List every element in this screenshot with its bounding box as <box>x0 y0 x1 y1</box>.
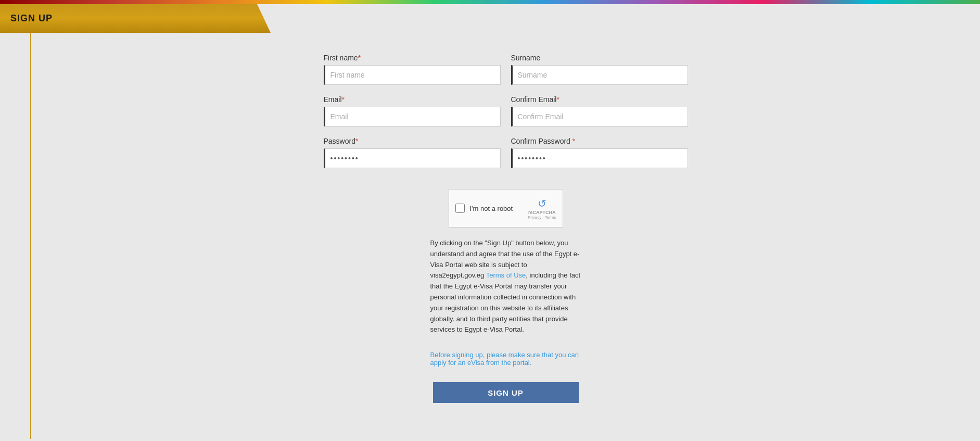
before-signup-text: Before signing up, please make sure that… <box>430 351 581 367</box>
captcha-container: I'm not a robot ↺ reCAPTCHA Privacy · Te… <box>449 189 563 228</box>
signup-button[interactable]: SIGN UP <box>433 382 579 403</box>
first-name-label: First name* <box>324 54 501 62</box>
password-row: Password* Confirm Password * <box>324 137 688 168</box>
confirm-email-input[interactable] <box>511 107 688 127</box>
header-banner: SIGN UP <box>0 4 271 33</box>
page-title: SIGN UP <box>10 13 53 24</box>
email-label: Email* <box>324 95 501 104</box>
captcha-brand: reCAPTCHA <box>528 210 556 215</box>
surname-label: Surname <box>511 54 688 62</box>
required-star: * <box>355 137 358 145</box>
required-star: * <box>342 95 345 104</box>
captcha-links: Privacy · Terms <box>528 215 556 220</box>
surname-input[interactable] <box>511 65 688 85</box>
password-group: Password* <box>324 137 501 168</box>
first-name-input[interactable] <box>324 65 501 85</box>
email-group: Email* <box>324 95 501 127</box>
captcha-label: I'm not a robot <box>470 205 513 212</box>
top-color-bar <box>0 0 980 4</box>
signup-form: First name* Surname Email* <box>324 54 688 423</box>
confirm-email-group: Confirm Email* <box>511 95 688 127</box>
captcha-left: I'm not a robot <box>455 204 513 213</box>
left-sidebar <box>0 33 31 439</box>
confirm-password-input[interactable] <box>511 148 688 168</box>
email-row: Email* Confirm Email* <box>324 95 688 127</box>
password-input[interactable] <box>324 148 501 168</box>
confirm-password-label: Confirm Password * <box>511 137 688 145</box>
main-content: First name* Surname Email* <box>31 33 980 439</box>
surname-group: Surname <box>511 54 688 85</box>
confirm-password-group: Confirm Password * <box>511 137 688 168</box>
terms-text: By clicking on the "Sign Up" button belo… <box>430 238 581 335</box>
required-star: * <box>556 95 559 104</box>
terms-section: By clicking on the "Sign Up" button belo… <box>430 238 581 335</box>
recaptcha-logo: ↺ <box>538 197 546 210</box>
email-input[interactable] <box>324 107 501 127</box>
signup-button-container: SIGN UP <box>433 382 579 403</box>
captcha-checkbox[interactable] <box>455 204 465 213</box>
terms-of-use-link[interactable]: Terms of Use <box>486 271 526 279</box>
captcha-section: I'm not a robot ↺ reCAPTCHA Privacy · Te… <box>324 179 688 403</box>
required-star: * <box>572 137 575 145</box>
captcha-box: I'm not a robot ↺ reCAPTCHA Privacy · Te… <box>449 189 563 228</box>
required-star: * <box>358 54 361 62</box>
password-label: Password* <box>324 137 501 145</box>
first-name-group: First name* <box>324 54 501 85</box>
name-row: First name* Surname <box>324 54 688 85</box>
captcha-right: ↺ reCAPTCHA Privacy · Terms <box>528 197 556 220</box>
confirm-email-label: Confirm Email* <box>511 95 688 104</box>
